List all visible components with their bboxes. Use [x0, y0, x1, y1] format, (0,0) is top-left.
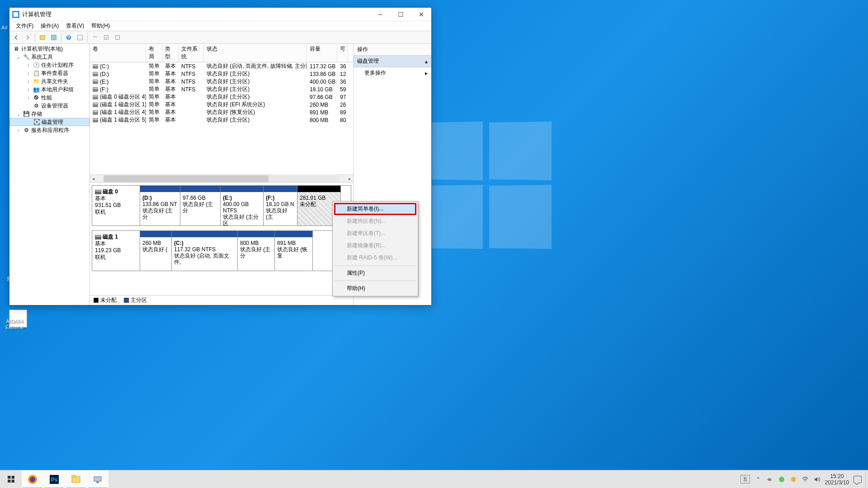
disk[interactable]: 磁盘 1基本119.23 GB联机260 MB状态良好 ((C:)117.32 … [92, 230, 351, 271]
tree-systools[interactable]: ⌄🔧系统工具 [9, 53, 90, 61]
tree-devmgr[interactable]: ⚙设备管理器 [9, 102, 90, 110]
system-tray[interactable]: 五 ⌃ 15:20 2021/3/10 [737, 470, 865, 488]
ime-indicator[interactable]: 五 [741, 475, 750, 483]
partition[interactable]: 97.66 GB状态良好 (主分 [180, 186, 221, 225]
taskbar[interactable]: Ps 五 ⌃ 15:20 2021/3/10 [0, 470, 868, 488]
ctx-new-simple-volume[interactable]: 新建简单卷(I)... [334, 203, 416, 215]
toolbar-icon-2[interactable] [49, 33, 59, 42]
toolbar-icon-5[interactable] [101, 33, 111, 42]
partition[interactable]: (E:)400.00 GB NTFS状态良好 (主分区 [221, 186, 264, 225]
table-row[interactable]: (E:)简单基本NTFS状态良好 (主分区)400.00 GB36 [90, 78, 353, 85]
table-row[interactable]: (F:)简单基本NTFS状态良好 (主分区)18.10 GB59 [90, 85, 353, 93]
col-status[interactable]: 状态 [204, 44, 307, 62]
taskbar-explorer[interactable] [65, 470, 87, 488]
tray-chevron-icon[interactable]: ⌃ [755, 476, 762, 483]
volume-header[interactable]: 卷 布局 类型 文件系统 状态 容量 可 [90, 44, 353, 62]
tree-perf[interactable]: ›🛇性能 [9, 94, 90, 102]
partition[interactable]: (F:)18.10 GB N状态良好 (主 [264, 186, 297, 225]
tree-services[interactable]: ›⚙服务和应用程序 [9, 126, 90, 134]
tray-security-icon[interactable] [790, 476, 797, 483]
partition[interactable]: (C:)117.32 GB NTFS状态良好 (启动, 页面文件, [172, 231, 238, 271]
tree-users[interactable]: ›👥本地用户和组 [9, 85, 90, 94]
toolbar-icon-4[interactable] [90, 33, 100, 42]
table-row[interactable]: (D:)简单基本NTFS状态良好 (主分区)133.86 GB12 [90, 70, 353, 78]
svg-rect-18 [96, 482, 99, 483]
minimize-button[interactable]: ─ [370, 8, 391, 21]
table-row[interactable]: (磁盘 1 磁盘分区 4)简单基本状态良好 (恢复分区)891 MB89 [90, 108, 353, 116]
tray-onedrive-icon[interactable] [766, 476, 774, 483]
tree-eventviewer[interactable]: ›📋事件查看器 [9, 69, 90, 77]
tray-wifi-icon[interactable] [802, 476, 809, 483]
partition[interactable]: 800 MB状态良好 (主分 [238, 231, 275, 271]
scroll-left-icon[interactable]: ◂ [90, 175, 97, 182]
collapse-icon: ▴ [425, 58, 428, 65]
window-title: 计算机管理 [22, 10, 370, 19]
nav-fwd-icon[interactable] [23, 33, 33, 42]
col-volume[interactable]: 卷 [90, 44, 146, 62]
toolbar-icon-6[interactable] [113, 33, 123, 42]
scroll-right-icon[interactable]: ▸ [346, 175, 353, 182]
disk[interactable]: 磁盘 0基本931.51 GB联机(D:)133.86 GB NT状态良好 (主… [92, 185, 351, 226]
tree-root[interactable]: 🖥计算机管理(本地) [9, 45, 90, 53]
col-type[interactable]: 类型 [162, 44, 179, 62]
ctx-new-striped-volume: 新建带区卷(T)... [334, 227, 416, 239]
clock[interactable]: 15:20 2021/3/10 [825, 473, 849, 486]
taskbar-photoshop[interactable]: Ps [43, 470, 65, 488]
menu-action[interactable]: 操作(A) [37, 21, 62, 31]
col-layout[interactable]: 布局 [146, 44, 162, 62]
table-row[interactable]: (磁盘 1 磁盘分区 5)简单基本状态良好 (主分区)800 MB80 [90, 116, 353, 124]
nav-tree[interactable]: 🖥计算机管理(本地) ⌄🔧系统工具 ›🕐任务计划程序 ›📋事件查看器 ›📁共享文… [9, 44, 90, 305]
partition[interactable]: (D:)133.86 GB NT状态良好 (主分 [140, 186, 180, 225]
tray-app-icon[interactable] [778, 476, 785, 483]
close-button[interactable]: ✕ [411, 8, 431, 21]
col-free[interactable]: 可 [337, 44, 348, 62]
titlebar[interactable]: 计算机管理 ─ ☐ ✕ [9, 8, 431, 21]
disk-info[interactable]: 磁盘 1基本119.23 GB联机 [92, 231, 140, 271]
volume-icon [93, 95, 98, 99]
disk-graphical-view: 磁盘 0基本931.51 GB联机(D:)133.86 GB NT状态良好 (主… [90, 183, 353, 295]
svg-rect-15 [72, 477, 80, 483]
app-icon [12, 11, 19, 18]
actions-more[interactable]: 更多操作▸ [354, 67, 431, 79]
tree-scheduler[interactable]: ›🕐任务计划程序 [9, 61, 90, 69]
scroll-thumb[interactable] [104, 175, 269, 182]
tree-diskmgmt[interactable]: 💽磁盘管理 [9, 118, 90, 126]
legend-primary: 主分区 [124, 296, 147, 304]
partition[interactable]: 260 MB状态良好 ( [140, 231, 172, 271]
toolbar-icon-3[interactable] [75, 33, 85, 42]
taskbar-firefox[interactable] [22, 470, 43, 488]
ctx-properties[interactable]: 属性(P) [334, 267, 416, 279]
col-capacity[interactable]: 容量 [307, 44, 337, 62]
notification-icon[interactable] [854, 476, 862, 483]
ctx-help[interactable]: 帮助(H) [334, 282, 416, 295]
menu-file[interactable]: 文件(F) [12, 21, 37, 31]
start-button[interactable] [0, 470, 22, 488]
context-menu: 新建简单卷(I)... 新建跨区卷(N)... 新建带区卷(T)... 新建镜像… [332, 201, 418, 296]
table-row[interactable]: (C:)简单基本NTFS状态良好 (启动, 页面文件, 故障转储, 主分区)11… [90, 62, 353, 70]
maximize-button[interactable]: ☐ [391, 8, 411, 21]
help-icon[interactable]: ? [64, 33, 74, 42]
menu-help[interactable]: 帮助(H) [88, 21, 113, 31]
hscrollbar[interactable]: ◂ ▸ [90, 174, 353, 182]
tree-shared[interactable]: ›📁共享文件夹 [9, 77, 90, 85]
volume-icon [93, 110, 98, 115]
menubar: 文件(F) 操作(A) 查看(V) 帮助(H) [9, 21, 431, 31]
taskbar-compmgmt[interactable] [87, 470, 108, 488]
show-desktop-button[interactable] [865, 470, 868, 488]
actions-group[interactable]: 磁盘管理▴ [354, 56, 431, 67]
table-row[interactable]: (磁盘 0 磁盘分区 4)简单基本状态良好 (主分区)97.66 GB97 [90, 93, 353, 101]
toolbar-icon-1[interactable] [38, 33, 47, 42]
date: 2021/3/10 [825, 479, 849, 486]
menu-view[interactable]: 查看(V) [62, 21, 88, 31]
volume-icon [93, 103, 98, 107]
col-fs[interactable]: 文件系统 [179, 44, 204, 62]
nav-back-icon[interactable] [11, 33, 21, 42]
actions-header: 操作 [354, 44, 431, 56]
disk-info[interactable]: 磁盘 0基本931.51 GB联机 [92, 186, 140, 225]
tray-volume-icon[interactable] [813, 476, 821, 483]
tree-storage[interactable]: ⌄💾存储 [9, 110, 90, 118]
table-row[interactable]: (磁盘 1 磁盘分区 1)简单基本状态良好 (EFI 系统分区)260 MB26 [90, 101, 353, 108]
toolbar: ? [9, 31, 431, 44]
svg-rect-4 [78, 35, 83, 40]
partition[interactable]: 891 MB状态良好 (恢复 [275, 231, 313, 271]
